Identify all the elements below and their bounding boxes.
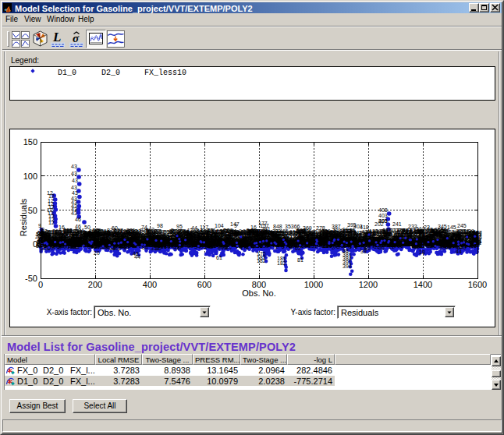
svg-text:-50: -50 — [25, 274, 37, 283]
svg-text:61: 61 — [216, 255, 222, 260]
svg-text:81: 81 — [297, 257, 303, 263]
svg-text:44: 44 — [456, 249, 462, 254]
svg-text:5: 5 — [66, 230, 69, 235]
svg-text:L: L — [52, 31, 61, 44]
svg-text:9: 9 — [356, 238, 359, 243]
svg-text:439: 439 — [413, 242, 422, 247]
svg-text:278: 278 — [316, 225, 325, 231]
svg-text:50: 50 — [84, 225, 91, 230]
svg-text:960: 960 — [191, 235, 201, 240]
svg-text:600: 600 — [197, 280, 211, 289]
svg-text:81: 81 — [360, 235, 366, 241]
svg-text:16: 16 — [59, 225, 65, 230]
svg-text:1: 1 — [276, 231, 279, 236]
svg-text:40: 40 — [54, 233, 60, 239]
svg-text:99: 99 — [316, 230, 322, 235]
svg-text:Obs. No.: Obs. No. — [242, 288, 275, 298]
svg-text:Residuals: Residuals — [19, 198, 28, 236]
svg-text:408: 408 — [378, 207, 388, 213]
svg-text:387: 387 — [332, 224, 341, 229]
svg-text:0: 0 — [33, 239, 37, 249]
svg-text:43: 43 — [71, 171, 77, 176]
svg-text:56: 56 — [378, 245, 385, 250]
svg-text:618: 618 — [442, 241, 452, 246]
svg-text:403: 403 — [378, 218, 388, 224]
svg-text:52: 52 — [239, 238, 245, 243]
svg-text:20: 20 — [94, 250, 100, 256]
svg-text:874: 874 — [158, 243, 167, 249]
svg-text:182: 182 — [257, 258, 266, 263]
svg-text:848: 848 — [273, 224, 282, 229]
svg-text:369: 369 — [303, 225, 312, 231]
svg-text:0: 0 — [38, 280, 43, 289]
svg-text:43: 43 — [71, 210, 77, 216]
svg-text:100: 100 — [23, 172, 37, 181]
svg-text:372: 372 — [240, 245, 250, 250]
svg-text:200: 200 — [88, 280, 102, 289]
svg-text:23: 23 — [424, 225, 430, 230]
svg-text:95: 95 — [176, 224, 183, 229]
svg-text:60: 60 — [112, 225, 118, 231]
svg-text:94: 94 — [128, 231, 134, 236]
svg-text:674: 674 — [300, 234, 309, 239]
svg-text:117: 117 — [200, 225, 208, 230]
svg-text:10: 10 — [343, 227, 349, 232]
svg-text:18: 18 — [419, 249, 425, 255]
svg-text:44: 44 — [191, 225, 197, 231]
svg-text:7: 7 — [179, 228, 182, 234]
svg-text:394: 394 — [343, 263, 352, 269]
svg-text:46: 46 — [75, 224, 81, 229]
svg-text:969: 969 — [101, 230, 111, 235]
svg-text:182: 182 — [277, 260, 286, 266]
svg-text:690: 690 — [87, 244, 97, 249]
svg-text:45: 45 — [59, 235, 66, 241]
svg-text:104: 104 — [215, 223, 224, 228]
svg-text:19: 19 — [246, 231, 252, 236]
svg-text:150: 150 — [23, 137, 37, 147]
svg-text:50: 50 — [28, 206, 37, 215]
svg-text:1000: 1000 — [304, 280, 323, 289]
svg-text:35: 35 — [429, 233, 435, 239]
svg-text:418: 418 — [360, 225, 369, 230]
svg-text:43: 43 — [72, 178, 78, 183]
svg-text:245: 245 — [457, 223, 467, 228]
svg-text:85: 85 — [224, 234, 230, 239]
svg-text:43: 43 — [72, 190, 78, 196]
svg-text:48: 48 — [133, 251, 139, 256]
svg-text:1200: 1200 — [359, 280, 378, 289]
svg-text:400: 400 — [143, 280, 157, 289]
svg-text:94: 94 — [261, 231, 268, 236]
svg-text:9: 9 — [234, 223, 237, 228]
svg-text:390: 390 — [183, 234, 192, 239]
svg-text:207: 207 — [378, 234, 388, 239]
svg-text:645: 645 — [194, 230, 204, 235]
svg-text:37: 37 — [112, 232, 118, 237]
svg-text:983: 983 — [81, 232, 91, 238]
svg-text:1400: 1400 — [413, 280, 432, 289]
svg-text:98: 98 — [157, 223, 163, 228]
svg-text:232: 232 — [408, 224, 417, 229]
svg-text:74: 74 — [141, 225, 147, 230]
svg-text:145: 145 — [447, 225, 456, 230]
svg-text:1600: 1600 — [468, 280, 487, 289]
svg-text:926: 926 — [454, 232, 463, 237]
svg-text:2: 2 — [240, 231, 243, 236]
svg-text:345: 345 — [438, 224, 447, 229]
svg-text:42: 42 — [440, 234, 446, 239]
svg-text:403: 403 — [378, 213, 388, 218]
svg-text:43: 43 — [71, 185, 77, 190]
svg-text:3: 3 — [218, 239, 221, 244]
svg-text:D2_0: D2_0 — [101, 69, 120, 77]
svg-text:FX_less10: FX_less10 — [144, 69, 186, 77]
svg-text:35366: 35366 — [285, 224, 300, 229]
svg-text:8: 8 — [41, 227, 44, 232]
svg-text:42: 42 — [148, 227, 154, 232]
svg-text:375: 375 — [207, 235, 216, 240]
svg-text:131: 131 — [465, 238, 474, 243]
svg-text:43: 43 — [71, 164, 77, 169]
svg-text:157: 157 — [260, 223, 269, 228]
svg-text:16: 16 — [250, 225, 257, 230]
svg-text:12: 12 — [48, 220, 55, 225]
svg-text:678: 678 — [66, 239, 76, 244]
svg-text:46: 46 — [75, 217, 81, 222]
